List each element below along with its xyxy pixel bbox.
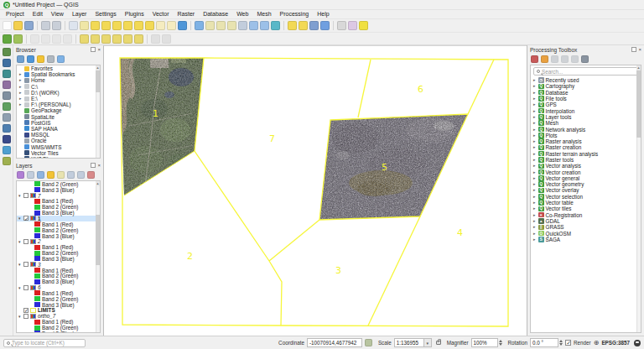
manage-map-themes-icon[interactable] [37, 171, 44, 179]
add-feature-icon[interactable] [63, 34, 72, 44]
processing-provider-co-registration[interactable]: ▸ ✕ Co-Registration [531, 212, 641, 218]
layer-visibility-checkbox[interactable] [23, 285, 29, 290]
processing-group-vector-creation[interactable]: ▸ Q Vector creation [531, 169, 641, 174]
highlight-pinned-labels-icon[interactable] [112, 34, 122, 44]
select-features-icon[interactable] [205, 21, 215, 30]
current-edits-icon[interactable] [30, 34, 39, 44]
expand-arrow-icon[interactable]: ▸ [533, 133, 537, 138]
rotation-spinner[interactable] [559, 340, 563, 346]
scale-lock-icon[interactable] [436, 341, 441, 345]
processing-group-raster-tools[interactable]: ▸ Q Raster tools [531, 157, 641, 163]
browser-collapse-all-icon[interactable] [47, 55, 55, 63]
expand-arrow-icon[interactable]: ▸ [533, 151, 537, 157]
menu-settings[interactable]: Settings [91, 10, 120, 18]
zoom-in-icon[interactable] [91, 21, 100, 30]
menu-database[interactable]: Database [199, 10, 232, 18]
processing-group-recently-used[interactable]: ▸ ◷ Recently used [531, 77, 641, 83]
processing-history-icon[interactable] [551, 55, 558, 63]
new-map-view-icon[interactable] [337, 21, 346, 30]
processing-group-plots[interactable]: ▸ Q Plots [531, 133, 641, 138]
zoom-to-layer-icon[interactable] [145, 21, 154, 30]
expand-arrow-icon[interactable]: ▸ [19, 84, 23, 90]
processing-group-vector-geometry[interactable]: ▸ Q Vector geometry [531, 181, 641, 187]
expand-arrow-icon[interactable]: ▸ [533, 138, 537, 144]
processing-toolbox-icon[interactable] [162, 34, 171, 44]
refresh-map-icon[interactable] [178, 21, 187, 30]
zoom-to-selection-icon[interactable] [134, 21, 143, 30]
processing-group-gps[interactable]: ▸ Q GPS [531, 102, 641, 107]
browser-item-postgis[interactable]: ▸ PostGIS [17, 120, 100, 126]
layers-float-button[interactable] [91, 163, 96, 168]
add-spatialite-layer-icon[interactable] [3, 113, 11, 122]
deselect-features-icon[interactable] [227, 21, 236, 30]
processing-provider-quickosm[interactable]: ▸ O QuickOSM [531, 230, 641, 236]
grass-tools-icon[interactable] [3, 34, 12, 44]
expand-arrow-icon[interactable]: ▸ [19, 102, 23, 107]
magnifier-input[interactable]: 100% [471, 338, 498, 347]
layer-row[interactable]: ▾ Band 3 (Blue) [17, 187, 100, 193]
new-project-icon[interactable] [3, 21, 12, 30]
filter-legend-icon[interactable] [47, 171, 55, 179]
collapse-arrow-icon[interactable]: ▾ [18, 262, 22, 267]
save-project-icon[interactable] [24, 21, 34, 30]
expand-arrow-icon[interactable]: ▸ [533, 144, 537, 150]
menu-view[interactable]: View [47, 10, 68, 18]
processing-options-icon[interactable] [581, 55, 589, 63]
processing-group-raster-creation[interactable]: ▸ Q Raster creation [531, 144, 641, 150]
render-checkbox[interactable] [565, 340, 571, 346]
layer-row[interactable]: ▾ Band 3 (Blue) [17, 279, 100, 284]
zoom-out-icon[interactable] [101, 21, 111, 30]
select-by-expression-icon[interactable] [216, 21, 226, 30]
expand-arrow-icon[interactable]: ▸ [533, 194, 537, 200]
expand-arrow-icon[interactable]: ▸ [533, 114, 537, 120]
expand-arrow-icon[interactable]: ▸ [533, 90, 537, 96]
browser-item-xyz-tiles[interactable]: ▸ XYZ Tiles [17, 156, 100, 159]
browser-add-selected-icon[interactable] [17, 55, 24, 63]
browser-close-button[interactable]: × [97, 47, 101, 52]
rotation-input[interactable]: 0.0 ° [530, 338, 558, 347]
crs-status[interactable]: EPSG:3857 [601, 340, 630, 346]
browser-refresh-icon[interactable] [27, 55, 34, 63]
expand-arrow-icon[interactable]: ▸ [533, 231, 537, 237]
processing-scripts-icon[interactable] [541, 55, 548, 63]
menu-help[interactable]: Help [313, 10, 333, 18]
menu-project[interactable]: Project [2, 10, 29, 18]
map-annotation-icon[interactable] [320, 21, 330, 30]
layers-scrollbar[interactable]: ▲ [96, 181, 100, 332]
add-point-cloud-layer-icon[interactable] [3, 81, 11, 89]
browser-item-vector-tiles[interactable]: ▸ Vector Tiles [17, 150, 100, 156]
menu-processing[interactable]: Processing [276, 10, 314, 18]
scale-input[interactable]: 1:136955 [394, 338, 424, 347]
expand-arrow-icon[interactable]: ▸ [19, 156, 23, 159]
data-source-manager-icon[interactable] [13, 34, 23, 44]
layer-row[interactable]: ▾ Band 3 (Blue) [17, 256, 100, 262]
magnifier-spinner[interactable] [499, 340, 502, 346]
processing-group-vector-analysis[interactable]: ▸ Q Vector analysis [531, 163, 641, 169]
layer-visibility-checkbox[interactable] [23, 314, 29, 319]
menu-raster[interactable]: Raster [174, 10, 200, 18]
show-bookmarks-icon[interactable] [299, 21, 308, 30]
browser-properties-icon[interactable] [57, 55, 65, 63]
menu-web[interactable]: Web [232, 10, 252, 18]
move-label-icon[interactable] [123, 34, 132, 44]
locator-input[interactable]: Type to locate (Ctrl+K) [3, 339, 86, 347]
menu-edit[interactable]: Edit [29, 10, 47, 18]
expand-arrow-icon[interactable]: ▸ [533, 181, 537, 187]
browser-item-drive-e[interactable]: ▸ E:\ [17, 96, 100, 102]
remove-layer-icon[interactable] [87, 171, 95, 179]
browser-item-spatialite[interactable]: ▸ SpatiaLite [17, 114, 100, 120]
layer-row[interactable]: ▾ LIMITS [17, 308, 100, 314]
processing-group-raster-analysis[interactable]: ▸ Q Raster analysis [531, 138, 641, 144]
python-console-icon[interactable] [151, 34, 160, 44]
processing-close-button[interactable]: × [638, 47, 641, 52]
browser-item-spatial-bookmarks[interactable]: ▸ Spatial Bookmarks [17, 71, 100, 77]
expand-arrow-icon[interactable]: ▸ [533, 237, 537, 242]
expand-arrow-icon[interactable]: ▸ [533, 224, 537, 230]
pan-to-selection-icon[interactable] [80, 21, 89, 30]
new-spatial-bookmark-icon[interactable] [288, 21, 297, 30]
style-manager-icon[interactable] [348, 21, 357, 30]
processing-group-vector-overlay[interactable]: ▸ Q Vector overlay [531, 187, 641, 193]
processing-float-button[interactable] [631, 47, 636, 52]
processing-search-input[interactable]: Search... [533, 67, 638, 76]
change-label-icon[interactable] [134, 34, 143, 44]
